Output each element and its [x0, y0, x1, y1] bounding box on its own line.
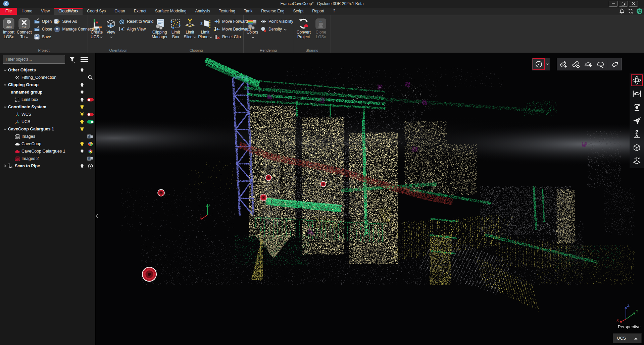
search-icon[interactable] [86, 75, 95, 80]
visibility-bulb-off-icon[interactable] [78, 82, 86, 88]
tag-tool-button[interactable] [609, 58, 622, 70]
tree-item-cavecoop-galargues-1[interactable]: CaveCoop Galargues 1 [3, 125, 95, 133]
visibility-bulb-off-icon[interactable] [78, 89, 86, 95]
network-status-icon[interactable] [636, 8, 643, 14]
view-button[interactable]: View [105, 17, 117, 48]
chevron-down-icon[interactable] [3, 105, 8, 109]
menu-tab--[interactable]: ? [329, 8, 340, 15]
tree-item-fitting-connection[interactable]: Fitting_Connection [3, 74, 95, 81]
visibility-bulb-off-icon[interactable] [78, 97, 86, 103]
menu-tab-clean[interactable]: Clean [110, 8, 129, 15]
restore-button[interactable] [619, 1, 628, 7]
menu-tab-coord-sys[interactable]: Coord Sys [83, 8, 110, 15]
clipping-manager-button[interactable]: ClippingManager [152, 17, 167, 48]
menu-tab-tank[interactable]: Tank [240, 8, 257, 15]
point-visibility-button[interactable]: Point Visibility [260, 18, 293, 24]
colors-button[interactable]: Colors [246, 17, 258, 48]
ruler-node-tool-button[interactable] [569, 58, 582, 70]
minimize-button[interactable] [609, 1, 618, 7]
visibility-bulb-on-icon[interactable] [78, 104, 86, 110]
nav-turn-head-button[interactable] [631, 101, 643, 113]
select-tool-dropdown[interactable] [545, 58, 550, 70]
chevron-down-icon[interactable] [3, 127, 8, 131]
close-button[interactable] [629, 1, 638, 7]
ruler-add-tool-button[interactable] [557, 58, 569, 70]
visibility-bulb-off-icon[interactable] [78, 148, 86, 154]
nav-examine-button[interactable] [631, 141, 643, 153]
limit-box-button[interactable]: LimitBox [169, 17, 182, 48]
visibility-bulb-on-icon[interactable] [78, 126, 86, 132]
menu-tab-reverse-eng[interactable]: Reverse Eng [257, 8, 289, 15]
nav-orbit-button[interactable] [631, 74, 643, 86]
toggle-green-icon[interactable] [86, 120, 95, 124]
menu-tab-extract[interactable]: Extract [130, 8, 151, 15]
tree-item-coordinate-system[interactable]: Coordinate System [3, 103, 95, 111]
tree-item-limit-box[interactable]: Limit box [3, 96, 95, 103]
sync-icon[interactable] [628, 8, 634, 14]
select-tool-button[interactable] [533, 58, 545, 70]
menu-tab-view[interactable]: View [37, 8, 54, 15]
notifications-icon[interactable] [619, 8, 625, 14]
img-list-icon[interactable] [86, 156, 95, 161]
tree-item-wcs[interactable]: WCS [3, 111, 95, 118]
visibility-bulb-on-icon[interactable] [78, 119, 86, 125]
viewport-3d[interactable]: ZYX Perspective UCS [96, 53, 644, 345]
panel-menu-icon[interactable] [79, 55, 89, 64]
menu-tab-script[interactable]: Script [289, 8, 308, 15]
pie-icon[interactable] [86, 141, 95, 147]
panel-collapse-icon[interactable] [96, 213, 99, 219]
chevron-right-icon[interactable] [3, 164, 8, 168]
menu-tab-report[interactable]: Report [308, 8, 329, 15]
close-button[interactable]: Close [34, 26, 52, 32]
connect-to-button[interactable]: CYEConnectTo [17, 17, 32, 48]
menu-tab-texturing[interactable]: Texturing [214, 8, 240, 15]
align-view-button[interactable]: Align View [119, 26, 153, 32]
menu-tab-home[interactable]: Home [17, 8, 37, 15]
button-label: Align View [127, 27, 146, 32]
point-cloud-scene[interactable] [96, 53, 644, 345]
tree-item-images[interactable]: Images [3, 133, 95, 140]
tree-item-ucs[interactable]: UCS [3, 118, 95, 125]
save-button[interactable]: Save [34, 34, 52, 40]
tree-item-scan-to-pipe[interactable]: Scan to Pipe [3, 162, 95, 170]
nav-turntable-button[interactable] [631, 155, 643, 167]
visibility-bulb-on-icon[interactable] [78, 141, 86, 147]
filter-icon[interactable] [67, 55, 77, 64]
play-icon[interactable] [86, 164, 95, 169]
img-list-icon[interactable] [86, 134, 95, 139]
open-button[interactable]: Open [34, 18, 52, 24]
button-label: Clone [316, 30, 326, 35]
visibility-bulb-off-icon[interactable] [78, 163, 86, 169]
nav-walk-button[interactable] [631, 128, 643, 140]
import-lgsx-button[interactable]: LGSxImportLGSx [3, 17, 15, 48]
nav-fly-button[interactable] [631, 115, 643, 126]
angle-erase-tool-button[interactable] [582, 58, 594, 70]
menu-tab-cloudworx[interactable]: CloudWorx [54, 8, 83, 15]
toggle-red-icon[interactable] [86, 98, 95, 102]
chevron-down-icon[interactable] [3, 68, 8, 72]
coordinate-system-button[interactable]: UCS [613, 333, 642, 343]
create-ucs-button[interactable]: CreateUCS [91, 17, 103, 48]
tree-item-cavecoop-galargues-1[interactable]: CaveCoop Galargues 1 [3, 148, 95, 155]
tree-item-clipping-group[interactable]: Clipping Group [3, 81, 95, 89]
density-button[interactable]: Density [260, 26, 293, 32]
tree-item-cavecoop[interactable]: CaveCoop [3, 140, 95, 148]
convert-project-button[interactable]: ConvertProject [296, 17, 311, 48]
tree-item-images-2[interactable]: Images 2 [3, 155, 95, 162]
visibility-bulb-on-icon[interactable] [78, 111, 86, 117]
limit-plane-button[interactable]: zLimitPlane [198, 17, 212, 48]
menu-tab-surface-modeling[interactable]: Surface Modeling [151, 8, 191, 15]
limit-slice-button[interactable]: LimitSlice [184, 17, 196, 48]
toggle-red-icon[interactable] [86, 113, 95, 116]
tree-item-unnamed-group[interactable]: unnamed group [3, 89, 95, 96]
menu-tab-file[interactable]: File [0, 8, 17, 15]
reset-to-world-button[interactable]: Reset to World [119, 18, 153, 24]
wheel-icon[interactable] [86, 149, 95, 154]
nav-orbit-lock-button[interactable] [631, 88, 643, 100]
chevron-down-icon[interactable] [3, 83, 8, 87]
tree-item-other-objects[interactable]: Other Objects [3, 66, 95, 74]
menu-tab-analysis[interactable]: Analysis [191, 8, 214, 15]
angle-wave-tool-button[interactable] [594, 58, 607, 70]
visibility-bulb-off-icon[interactable] [78, 67, 86, 73]
filter-input[interactable] [3, 55, 65, 64]
